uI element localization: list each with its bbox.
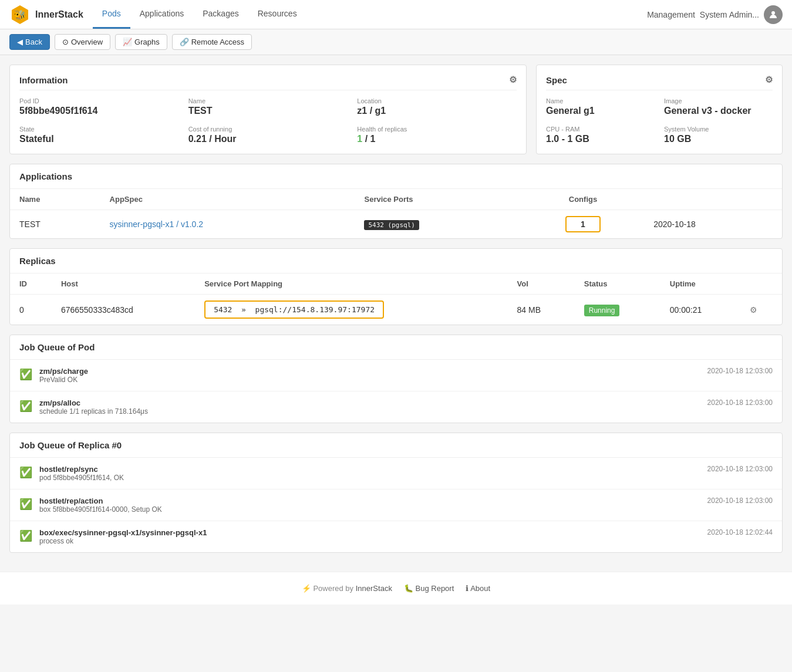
footer-innerstack-link[interactable]: InnerStack xyxy=(356,584,392,593)
power-icon: ⚡ xyxy=(302,584,311,593)
state-label: State xyxy=(19,126,179,133)
footer-bug-report-link[interactable]: 🐛 Bug Report xyxy=(404,584,454,593)
job-desc: pod 5f8bbe4905f1f614, OK xyxy=(39,474,707,482)
nav-tab-packages[interactable]: Packages xyxy=(193,0,248,29)
spec-cpu-label: CPU - RAM xyxy=(546,126,655,133)
brand[interactable]: 🐝 InnerStack xyxy=(9,4,83,25)
job-queue-pod-section: Job Queue of Pod ✅ zm/ps/charge PreValid… xyxy=(9,335,783,423)
remote-icon: 🔗 xyxy=(180,38,189,46)
job-desc: process ok xyxy=(39,537,707,545)
replica-host: 6766550333c483cd xyxy=(52,295,195,325)
cost-item: Cost of running 0.21 / Hour xyxy=(188,126,348,144)
spec-card: Spec ⚙ Name General g1 Image General v3 … xyxy=(536,65,783,154)
col-vol: Vol xyxy=(508,273,575,295)
remote-access-button[interactable]: 🔗 Remote Access xyxy=(172,34,252,50)
col-host: Host xyxy=(52,273,195,295)
health-label: Health of replicas xyxy=(357,126,517,133)
job-name: zm/ps/charge xyxy=(39,367,707,376)
footer-powered-by: ⚡ Powered by InnerStack xyxy=(302,584,392,593)
health-sep: / xyxy=(362,134,370,144)
replica-vol: 84 MB xyxy=(508,295,575,325)
table-row: TEST sysinner-pgsql-x1 / v1.0.2 5432 (pg… xyxy=(10,210,782,239)
spec-gear-icon[interactable]: ⚙ xyxy=(765,75,773,85)
information-card: Information ⚙ Pod ID 5f8bbe4905f1f614 Na… xyxy=(9,65,527,154)
management-link[interactable]: Management xyxy=(647,10,695,19)
spec-image-item: Image General v3 - docker xyxy=(664,97,773,116)
overview-button[interactable]: ⊙ Overview xyxy=(55,34,110,50)
job-desc: schedule 1/1 replicas in 718.164μs xyxy=(39,407,707,416)
job-text: zm/ps/charge PreValid OK xyxy=(39,367,707,384)
appspec-link[interactable]: sysinner-pgsql-x1 / v1.0.2 xyxy=(110,220,204,229)
nav-tab-applications[interactable]: Applications xyxy=(130,0,194,29)
sub-toolbar: ◀ Back ⊙ Overview 📈 Graphs 🔗 Remote Acce… xyxy=(0,29,792,55)
status-badge: Running xyxy=(584,305,620,316)
check-icon: ✅ xyxy=(19,400,32,413)
name-item: Name TEST xyxy=(188,97,348,116)
health-total: 1 xyxy=(370,134,376,144)
job-queue-replica-section: Job Queue of Replica #0 ✅ hostlet/rep/sy… xyxy=(9,433,783,553)
footer-about-link[interactable]: ℹ About xyxy=(466,584,490,593)
job-name: box/exec/sysinner-pgsql-x1/sysinner-pgsq… xyxy=(39,528,707,537)
pod-id-label: Pod ID xyxy=(19,97,179,104)
app-name: TEST xyxy=(10,210,100,239)
spec-name-value: General g1 xyxy=(546,106,595,116)
user-icon xyxy=(769,10,778,19)
spec-name-label: Name xyxy=(546,97,655,104)
configs-box[interactable]: 1 xyxy=(565,216,601,232)
list-item: ✅ zm/ps/charge PreValid OK 2020-10-18 12… xyxy=(10,360,782,391)
bug-icon: 🐛 xyxy=(404,584,413,593)
info-icon: ℹ xyxy=(466,584,469,593)
replica-port-mapping: 5432 » pgsql://154.8.139.97:17972 xyxy=(195,295,507,325)
check-icon: ✅ xyxy=(19,466,32,479)
health-item: Health of replicas 1 / 1 xyxy=(357,126,517,144)
spec-cpu-item: CPU - RAM 1.0 - 1 GB xyxy=(546,126,655,144)
job-text: hostlet/rep/action box 5f8bbe4905f1f614-… xyxy=(39,497,707,514)
graphs-button[interactable]: 📈 Graphs xyxy=(115,34,167,50)
nav-tab-pods[interactable]: Pods xyxy=(93,0,130,29)
replica-uptime: 00:00:21 xyxy=(660,295,740,325)
job-time: 2020-10-18 12:03:00 xyxy=(707,367,773,375)
information-title: Information xyxy=(19,75,68,85)
back-arrow-icon: ◀ xyxy=(17,38,23,46)
job-name: hostlet/rep/sync xyxy=(39,465,707,474)
replicas-section-header: Replicas xyxy=(10,249,782,273)
replicas-table: ID Host Service Port Mapping Vol Status … xyxy=(10,273,782,325)
job-text: box/exec/sysinner-pgsql-x1/sysinner-pgsq… xyxy=(39,528,707,545)
navbar: 🐝 InnerStack Pods Applications Packages … xyxy=(0,0,792,29)
cost-value: 0.21 / Hour xyxy=(188,134,237,144)
nav-tabs: Pods Applications Packages Resources xyxy=(93,0,306,29)
check-icon: ✅ xyxy=(19,529,32,542)
information-header: Information ⚙ xyxy=(19,75,517,90)
spec-image-value: General v3 - docker xyxy=(664,106,751,116)
applications-section: Applications Name AppSpec Service Ports … xyxy=(9,164,783,239)
col-configs: Configs xyxy=(522,189,644,210)
col-actions xyxy=(740,273,782,295)
col-service-ports: Service Ports xyxy=(355,189,521,210)
table-row: 0 6766550333c483cd 5432 » pgsql://154.8.… xyxy=(10,295,782,325)
name-value: TEST xyxy=(188,106,213,116)
user-menu[interactable]: System Admin... xyxy=(700,10,759,19)
col-date xyxy=(644,189,782,210)
port-mapping-box: 5432 » pgsql://154.8.139.97:17972 xyxy=(204,300,384,319)
replica-gear-icon[interactable]: ⚙ xyxy=(750,305,757,315)
back-button[interactable]: ◀ Back xyxy=(9,34,50,50)
app-appspec: sysinner-pgsql-x1 / v1.0.2 xyxy=(100,210,355,239)
replica-status: Running xyxy=(575,295,660,325)
job-time: 2020-10-18 12:02:44 xyxy=(707,528,773,536)
app-date: 2020-10-18 xyxy=(644,210,782,239)
list-item: ✅ hostlet/rep/sync pod 5f8bbe4905f1f614,… xyxy=(10,458,782,489)
pod-id-value: 5f8bbe4905f1f614 xyxy=(19,106,97,116)
brand-name: InnerStack xyxy=(35,9,83,20)
svg-text:🐝: 🐝 xyxy=(14,9,26,21)
service-port-badge: 5432 (pgsql) xyxy=(364,220,419,230)
navbar-right: Management System Admin... xyxy=(647,5,783,24)
job-desc: PreValid OK xyxy=(39,376,707,384)
nav-tab-resources[interactable]: Resources xyxy=(248,0,306,29)
check-icon: ✅ xyxy=(19,498,32,511)
information-gear-icon[interactable]: ⚙ xyxy=(509,75,517,85)
replicas-section: Replicas ID Host Service Port Mapping Vo… xyxy=(9,248,783,325)
check-icon: ✅ xyxy=(19,368,32,381)
col-status: Status xyxy=(575,273,660,295)
col-name: Name xyxy=(10,189,100,210)
avatar[interactable] xyxy=(764,5,783,24)
